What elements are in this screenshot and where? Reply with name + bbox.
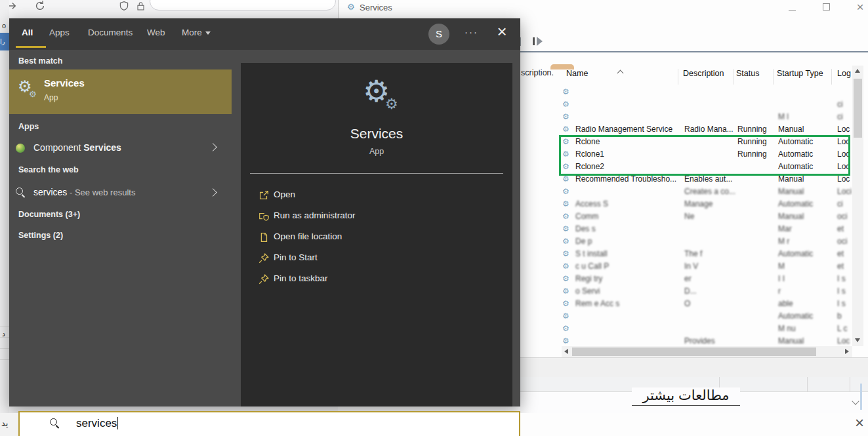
- search-icon: [50, 418, 60, 429]
- scroll-up-icon[interactable]: [855, 69, 860, 73]
- cell-log: b: [837, 310, 842, 323]
- column-header-status[interactable]: Status: [736, 69, 759, 78]
- cell-start: M r: [778, 235, 789, 248]
- cell-start: Automatic: [778, 248, 813, 260]
- service-row-rclone1[interactable]: Rclone1RunningAutomaticLoc: [562, 148, 852, 161]
- dropdown-arrow-icon: [205, 31, 211, 35]
- service-row-regi-try[interactable]: Regi tryerI II s: [562, 273, 852, 285]
- service-row[interactable]: ci: [562, 98, 852, 111]
- service-gear-icon: [562, 186, 569, 198]
- service-row[interactable]: Automaticb: [562, 310, 852, 323]
- search-flyout: AllAppsDocumentsWebMore S ··· Best match…: [9, 18, 520, 406]
- service-row-o-servi[interactable]: o ServiD...rI s: [562, 285, 852, 298]
- table-header: Name Description Status Startup Type Log: [562, 66, 852, 84]
- cell-start: M l: [778, 111, 789, 123]
- service-row[interactable]: [562, 86, 852, 98]
- cell-desc: Manage: [684, 198, 713, 210]
- chevron-right-icon[interactable]: [210, 143, 217, 152]
- active-tab-underline: [16, 46, 46, 48]
- service-row-rclone[interactable]: RcloneRunningAutomaticLoc: [562, 136, 852, 148]
- cell-desc: Creates a co...: [684, 186, 735, 198]
- lock-icon[interactable]: [136, 0, 146, 14]
- vertical-scrollbar[interactable]: [852, 66, 863, 346]
- browser-refresh-icon[interactable]: [34, 0, 46, 14]
- action-run-as-administrator[interactable]: Run as administrator: [241, 206, 512, 227]
- tab-all[interactable]: All: [22, 28, 33, 37]
- action-label: Pin to taskbar: [274, 273, 328, 283]
- column-header-description[interactable]: Description: [683, 69, 724, 78]
- service-row-recommended-troublesho[interactable]: Recommended Troublesho...Enables aut...M…: [562, 173, 852, 186]
- page-scrollbar[interactable]: [860, 384, 862, 410]
- tab-more[interactable]: More: [182, 28, 211, 37]
- column-header-name[interactable]: Name: [566, 69, 588, 78]
- services-gears-icon: [18, 77, 44, 106]
- service-row-c-u-call-p[interactable]: c u Call PIn VMet: [562, 260, 852, 273]
- tab-documents[interactable]: Documents: [88, 28, 133, 37]
- service-row-comm[interactable]: CommNeManualoci: [562, 210, 852, 223]
- best-match-result[interactable]: Services App: [9, 69, 232, 114]
- service-row[interactable]: M nuL c: [562, 323, 852, 335]
- service-row-access-s[interactable]: Access SManageAutomaticci: [562, 198, 852, 210]
- action-open-file-location[interactable]: Open file location: [241, 227, 512, 248]
- browser-address-bar[interactable]: [150, 0, 336, 10]
- toolbar-resume-icon[interactable]: [533, 37, 545, 47]
- tab-web[interactable]: Web: [147, 28, 165, 37]
- cell-name: Rclone2: [575, 161, 604, 173]
- more-options-icon[interactable]: ···: [465, 26, 478, 37]
- service-row-radio-management-service[interactable]: Radio Management ServiceRadio Mana...Run…: [562, 123, 852, 136]
- result-component-services[interactable]: Component Services: [9, 135, 232, 161]
- close-button[interactable]: [852, 1, 868, 13]
- cell-name: o Servi: [575, 285, 600, 298]
- service-row-des-s[interactable]: Des sMaret: [562, 223, 852, 235]
- action-pin-to-taskbar[interactable]: Pin to taskbar: [241, 269, 512, 290]
- result-web-search[interactable]: services - See web results: [9, 181, 232, 206]
- cell-start: Manual: [778, 210, 804, 223]
- tab-apps[interactable]: Apps: [49, 28, 70, 37]
- minimize-button[interactable]: [783, 1, 800, 13]
- search-input-text[interactable]: services: [76, 417, 118, 430]
- action-open[interactable]: Open: [241, 185, 512, 206]
- service-gear-icon: [562, 285, 569, 298]
- cell-log: ci: [837, 98, 843, 111]
- flyout-close-icon[interactable]: [492, 22, 512, 42]
- scrollbar-thumb[interactable]: [572, 347, 816, 356]
- pin-icon: [258, 252, 270, 264]
- service-gear-icon: [562, 136, 569, 148]
- service-gear-icon: [562, 298, 569, 310]
- services-table: ciM lciRadio Management ServiceRadio Man…: [562, 86, 852, 347]
- search-icon: [16, 188, 26, 198]
- service-gear-icon: [562, 198, 569, 210]
- action-pin-to-start[interactable]: Pin to Start: [241, 248, 512, 269]
- scroll-left-icon[interactable]: [564, 349, 568, 354]
- page-link[interactable]: مطالعات بیشتر: [632, 387, 740, 406]
- service-row-rclone2[interactable]: Rclone2AutomaticLoc: [562, 161, 852, 173]
- background-page-edge: o را د: [0, 0, 9, 436]
- column-header-startup[interactable]: Startup Type: [777, 69, 823, 78]
- service-row-s-t-install[interactable]: S t installThe fAutomaticet: [562, 248, 852, 260]
- service-row[interactable]: M lci: [562, 111, 852, 123]
- service-row-rem-e-acc-s[interactable]: Rem e Acc sOableI s: [562, 298, 852, 310]
- service-row[interactable]: Creates a co...ManualLoci: [562, 186, 852, 198]
- taskbar-search-box[interactable]: services: [18, 411, 520, 436]
- service-gear-icon: [562, 111, 569, 123]
- section-best-match: Best match: [18, 56, 62, 66]
- horizontal-scrollbar[interactable]: [562, 346, 852, 357]
- close-icon[interactable]: [852, 415, 867, 431]
- scroll-right-icon[interactable]: [845, 349, 849, 354]
- cell-desc: Enables aut...: [684, 173, 732, 186]
- chevron-down-icon[interactable]: [853, 399, 859, 405]
- scrollbar-thumb[interactable]: [854, 79, 862, 138]
- scroll-down-icon[interactable]: [855, 338, 860, 342]
- cell-log: Loc: [837, 161, 850, 173]
- result-label: services - See web results: [33, 187, 135, 197]
- section-documents[interactable]: Documents (3+): [18, 210, 80, 219]
- column-header-logon[interactable]: Log: [837, 69, 851, 78]
- maximize-button[interactable]: [817, 1, 835, 13]
- avatar[interactable]: S: [428, 24, 449, 45]
- service-gear-icon: [562, 310, 569, 323]
- tracking-shield-icon[interactable]: [119, 0, 129, 14]
- chevron-right-icon[interactable]: [210, 188, 217, 197]
- result-detail-panel: Services App OpenRun as administratorOpe…: [241, 63, 512, 406]
- service-row-de-p[interactable]: De pM roci: [562, 235, 852, 248]
- section-settings[interactable]: Settings (2): [18, 231, 63, 240]
